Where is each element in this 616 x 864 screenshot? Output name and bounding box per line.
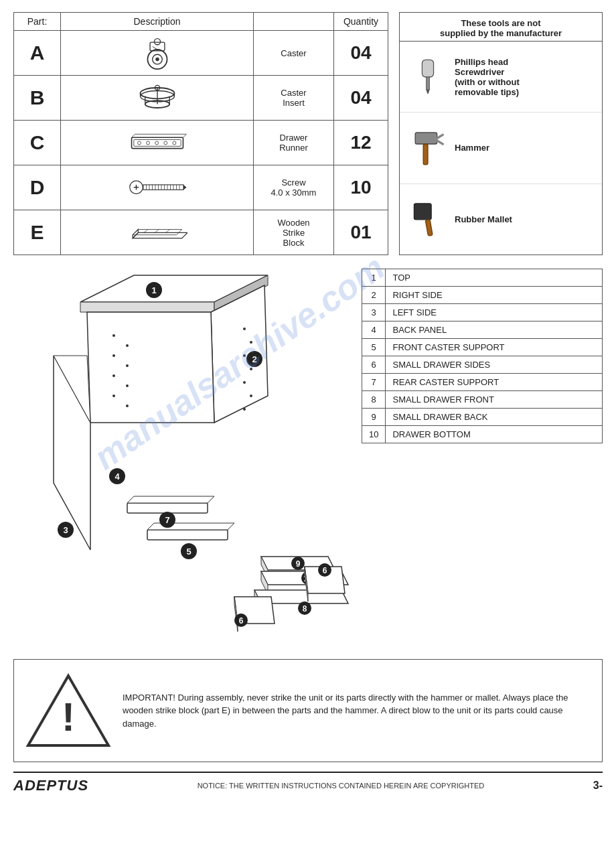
- parts-list-name: SMALL DRAWER BACK: [386, 409, 603, 426]
- svg-line-47: [154, 230, 159, 233]
- part-image-b: [61, 76, 254, 120]
- parts-list-name: LEFT SIDE: [386, 304, 603, 321]
- parts-row-b: B: [14, 76, 388, 121]
- svg-rect-49: [422, 60, 433, 77]
- svg-text:6: 6: [239, 616, 244, 626]
- warning-triangle-icon: !: [25, 670, 112, 751]
- svg-rect-57: [425, 220, 433, 236]
- diagram-left: 1 2: [13, 262, 362, 652]
- header-part: Part:: [14, 13, 61, 30]
- part-qty-e: 01: [334, 210, 388, 255]
- parts-list-row: 1 TOP: [362, 269, 603, 287]
- diagram-section: manualsarchive.com 1: [13, 262, 603, 652]
- parts-row-c: C: [14, 121, 388, 165]
- header-empty: [254, 13, 334, 30]
- parts-list-num: 1: [362, 269, 386, 287]
- header-description: Description: [61, 13, 254, 30]
- svg-point-74: [112, 334, 115, 337]
- svg-rect-52: [415, 133, 437, 144]
- part-desc-e: WoodenStrikeBlock: [254, 210, 334, 255]
- parts-list-row: 4 BACK PANEL: [362, 321, 603, 339]
- drawer-runner-icon: [127, 126, 187, 159]
- parts-list-row: 8 SMALL DRAWER FRONT: [362, 391, 603, 409]
- svg-marker-93: [127, 496, 214, 503]
- svg-marker-42: [183, 185, 187, 190]
- svg-line-24: [183, 134, 186, 137]
- parts-list-name: SMALL DRAWER FRONT: [386, 391, 603, 409]
- part-3-left-side: 3: [54, 356, 90, 550]
- svg-point-5: [154, 39, 160, 45]
- parts-list-table: 1 TOP 2 RIGHT SIDE 3 LEFT SIDE 4 BACK PA…: [362, 269, 603, 443]
- svg-text:3: 3: [63, 525, 68, 535]
- parts-list-name: BACK PANEL: [386, 321, 603, 339]
- svg-point-20: [155, 141, 158, 145]
- mallet-icon: [408, 199, 448, 239]
- page-wrapper: Part: Description Quantity A: [0, 0, 616, 801]
- part-image-e: [61, 210, 254, 255]
- svg-marker-45: [133, 230, 182, 235]
- svg-point-79: [126, 384, 129, 387]
- tool-mallet-label: Rubber Mallet: [455, 214, 512, 224]
- parts-list-row: 10 DRAWER BOTTOM: [362, 426, 603, 443]
- svg-point-67: [250, 368, 252, 370]
- tool-screwdriver-label: Phillips headScrewdriver(with or without…: [455, 57, 520, 97]
- part-letter-d: D: [14, 165, 61, 210]
- svg-point-70: [243, 408, 246, 411]
- tool-screwdriver: Phillips headScrewdriver(with or without…: [400, 42, 602, 113]
- part-desc-d: Screw4.0 x 30mm: [254, 165, 334, 210]
- svg-point-66: [243, 354, 246, 357]
- parts-list-num: 8: [362, 391, 386, 409]
- parts-list-row: 5 FRONT CASTER SUPPORT: [362, 339, 603, 356]
- footer-brand: ADEPTUS: [13, 777, 88, 794]
- parts-list-num: 9: [362, 409, 386, 426]
- tool-hammer: Hammer: [400, 113, 602, 184]
- parts-list-row: 3 LEFT SIDE: [362, 304, 603, 321]
- part-qty-c: 12: [334, 121, 388, 165]
- parts-list-name: FRONT CASTER SUPPORT: [386, 339, 603, 356]
- svg-text:8: 8: [303, 604, 307, 614]
- part-letter-b: B: [14, 76, 61, 120]
- wooden-block-icon: [127, 216, 187, 249]
- screwdriver-icon: [408, 57, 448, 97]
- svg-rect-50: [426, 77, 429, 90]
- screw-icon: [127, 171, 187, 204]
- parts-list-num: 3: [362, 304, 386, 321]
- parts-list-num: 5: [362, 339, 386, 356]
- part-6-small-drawer-sides-lower: 6: [234, 597, 275, 632]
- svg-point-75: [126, 344, 129, 347]
- caster-insert-icon: [127, 81, 187, 115]
- warning-text: IMPORTANT! During assembly, never strike…: [123, 691, 591, 731]
- svg-line-46: [143, 230, 148, 233]
- parts-list-row: 9 SMALL DRAWER BACK: [362, 409, 603, 426]
- svg-point-68: [243, 381, 246, 384]
- part-desc-c: DrawerRunner: [254, 121, 334, 165]
- svg-marker-51: [426, 90, 429, 94]
- parts-section: Part: Description Quantity A: [13, 12, 603, 255]
- part-letter-c: C: [14, 121, 61, 165]
- part-image-d: [61, 165, 254, 210]
- svg-text:2: 2: [252, 354, 256, 364]
- part-image-c: [61, 121, 254, 165]
- svg-point-22: [172, 141, 175, 145]
- parts-list-num: 4: [362, 321, 386, 339]
- svg-point-19: [146, 141, 149, 145]
- parts-row-e: E WoodenStrikeBlock 01: [14, 210, 388, 255]
- svg-text:5: 5: [186, 547, 191, 557]
- svg-line-53: [437, 135, 443, 138]
- svg-text:!: !: [62, 695, 75, 739]
- svg-line-6: [152, 46, 157, 50]
- svg-text:9: 9: [296, 559, 301, 569]
- part-qty-a: 04: [334, 31, 388, 75]
- page-footer: ADEPTUS NOTICE: THE WRITTEN INSTRUCTIONS…: [13, 772, 603, 794]
- part-5-front-caster: 5: [147, 523, 234, 559]
- part-desc-a: Caster: [254, 31, 334, 75]
- svg-rect-16: [131, 137, 183, 148]
- warning-section: ! IMPORTANT! During assembly, never stri…: [13, 659, 603, 762]
- parts-list-row: 6 SMALL DRAWER SIDES: [362, 356, 603, 374]
- caster-icon: [127, 36, 187, 70]
- part-desc-b: CasterInsert: [254, 76, 334, 120]
- svg-rect-56: [414, 204, 431, 220]
- parts-list-row: 2 RIGHT SIDE: [362, 287, 603, 304]
- diagram-right: 1 TOP 2 RIGHT SIDE 3 LEFT SIDE 4 BACK PA…: [362, 262, 603, 652]
- svg-line-48: [165, 230, 170, 233]
